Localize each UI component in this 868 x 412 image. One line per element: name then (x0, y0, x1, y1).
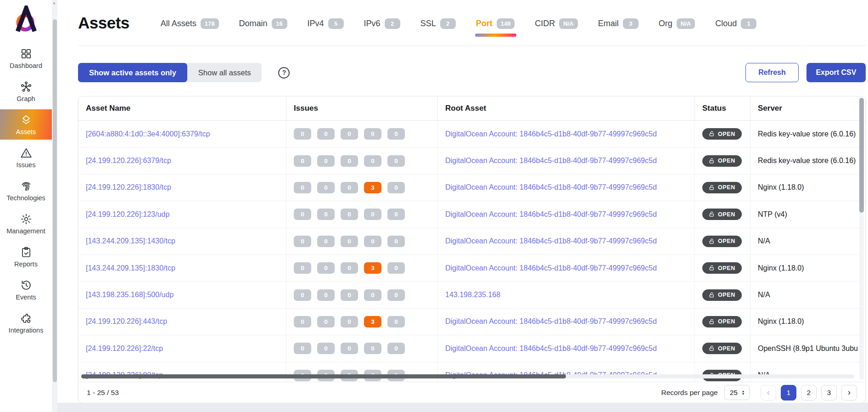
table-horizontal-scrollbar[interactable] (81, 374, 854, 378)
asset-name-link[interactable]: [24.199.120.226]:1830/tcp (86, 183, 171, 192)
issue-count-badge[interactable]: 0 (387, 209, 405, 220)
issue-count-badge[interactable]: 0 (317, 316, 335, 327)
issue-count-badge[interactable]: 0 (317, 128, 335, 140)
issue-count-badge[interactable]: 3 (364, 316, 381, 327)
root-asset-link[interactable]: DigitalOcean Account: 1846b4c5-d1b8-40df… (445, 157, 657, 165)
asset-name-link[interactable]: [24.199.120.226]:22/tcp (86, 344, 163, 353)
issue-count-badge[interactable]: 0 (317, 262, 335, 274)
show-active-assets-button[interactable]: Show active assets only (78, 63, 187, 82)
issue-count-badge[interactable]: 0 (294, 182, 311, 193)
issue-count-badge[interactable]: 0 (387, 316, 405, 327)
sidebar-item-graph[interactable]: Graph (0, 76, 52, 107)
issue-count-badge[interactable]: 0 (364, 236, 381, 247)
issue-count-badge[interactable]: 0 (317, 155, 335, 167)
root-asset-link[interactable]: DigitalOcean Account: 1846b4c5-d1b8-40df… (445, 264, 657, 272)
issue-count-badge[interactable]: 0 (387, 182, 405, 193)
sidebar-scrollbar[interactable]: ▲ (52, 0, 57, 412)
issue-count-badge[interactable]: 0 (294, 289, 311, 301)
sidebar-item-issues[interactable]: Issues (0, 142, 52, 173)
issue-count-badge[interactable]: 0 (341, 316, 358, 327)
issue-count-badge[interactable]: 0 (294, 155, 311, 167)
root-asset-link[interactable]: DigitalOcean Account: 1846b4c5-d1b8-40df… (445, 317, 657, 326)
sidebar-scrollbar-thumb[interactable] (53, 19, 57, 382)
issue-count-badge[interactable]: 0 (341, 343, 358, 354)
prev-page-button[interactable]: ‹ (761, 385, 776, 401)
issue-count-badge[interactable]: 0 (387, 236, 405, 247)
asset-type-tab[interactable]: Domain 16 (239, 18, 287, 29)
asset-type-tab[interactable]: Email 3 (598, 18, 638, 29)
sidebar-item-events[interactable]: Events (0, 275, 52, 305)
asset-name-link[interactable]: [143.244.209.135]:1430/tcp (86, 237, 175, 245)
asset-name-link[interactable]: [2604:a880:4:1d0::3e4:4000]:6379/tcp (86, 130, 210, 138)
issue-count-badge[interactable]: 0 (294, 128, 311, 140)
asset-name-link[interactable]: [24.199.120.226]:123/udp (86, 210, 169, 219)
issue-count-badge[interactable]: 0 (317, 343, 335, 354)
issue-count-badge[interactable]: 0 (294, 316, 311, 327)
export-csv-button[interactable]: Export CSV (806, 63, 866, 82)
page-button[interactable]: 3 (821, 385, 837, 401)
asset-name-link[interactable]: [24.199.120.226]:6379/tcp (86, 157, 171, 165)
issue-count-badge[interactable]: 0 (341, 236, 358, 247)
asset-type-tab[interactable]: CIDR N/A (535, 18, 577, 29)
show-all-assets-button[interactable]: Show all assets (187, 63, 262, 82)
next-page-button[interactable]: › (841, 385, 857, 401)
issue-count-badge[interactable]: 0 (364, 209, 381, 220)
root-asset-link[interactable]: DigitalOcean Account: 1846b4c5-d1b8-40df… (445, 183, 657, 192)
table-vertical-scrollbar[interactable] (859, 98, 864, 380)
refresh-button[interactable]: Refresh (745, 63, 799, 82)
asset-type-tab[interactable]: IPv4 5 (308, 18, 344, 29)
sidebar-item-technologies[interactable]: Technologies (0, 175, 52, 206)
asset-name-link[interactable]: [143.244.209.135]:1830/tcp (86, 264, 175, 272)
asset-type-tab[interactable]: Port 149 (476, 18, 515, 29)
root-asset-link[interactable]: DigitalOcean Account: 1846b4c5-d1b8-40df… (445, 130, 657, 138)
vertical-scrollbar-thumb[interactable] (859, 98, 864, 213)
issue-count-badge[interactable]: 0 (341, 182, 358, 193)
issue-count-badge[interactable]: 0 (387, 155, 405, 167)
help-icon[interactable]: ? (278, 67, 290, 79)
horizontal-scrollbar-thumb[interactable] (81, 374, 566, 378)
root-asset-link[interactable]: DigitalOcean Account: 1846b4c5-d1b8-40df… (445, 210, 657, 219)
page-button[interactable]: 2 (801, 385, 817, 401)
root-asset-link[interactable]: DigitalOcean Account: 1846b4c5-d1b8-40df… (445, 344, 657, 353)
asset-type-tab[interactable]: All Assets 178 (161, 18, 219, 29)
issue-count-badge[interactable]: 0 (317, 236, 335, 247)
issue-count-badge[interactable]: 0 (387, 343, 405, 354)
sidebar-item-management[interactable]: Management (0, 209, 52, 239)
issue-count-badge[interactable]: 0 (341, 128, 358, 140)
asset-type-tab[interactable]: SSL 2 (420, 18, 456, 29)
issue-count-badge[interactable]: 0 (317, 209, 335, 220)
app-logo[interactable] (12, 6, 40, 34)
issue-count-badge[interactable]: 0 (341, 209, 358, 220)
asset-type-tab[interactable]: Cloud 1 (715, 18, 756, 29)
issue-count-badge[interactable]: 0 (364, 289, 381, 301)
issue-count-badge[interactable]: 0 (341, 262, 358, 274)
issue-count-badge[interactable]: 0 (364, 155, 381, 167)
issue-count-badge[interactable]: 0 (294, 236, 311, 247)
page-button[interactable]: 1 (781, 385, 796, 401)
issue-count-badge[interactable]: 0 (387, 289, 405, 301)
issue-count-badge[interactable]: 0 (364, 128, 381, 140)
root-asset-link[interactable]: 143.198.235.168 (445, 291, 500, 299)
scroll-up-arrow-icon[interactable]: ▲ (52, 1, 56, 5)
records-per-page-select[interactable]: 25 ▴▾ (724, 385, 750, 400)
issue-count-badge[interactable]: 0 (387, 128, 405, 140)
issue-count-badge[interactable]: 0 (341, 289, 358, 301)
issue-count-badge[interactable]: 0 (317, 289, 335, 301)
issue-count-badge[interactable]: 0 (364, 343, 381, 354)
issue-count-badge[interactable]: 0 (294, 262, 311, 274)
sidebar-item-reports[interactable]: Reports (0, 242, 52, 272)
asset-type-tab[interactable]: IPv6 2 (364, 18, 400, 29)
issue-count-badge[interactable]: 3 (364, 262, 381, 274)
issue-count-badge[interactable]: 0 (317, 182, 335, 193)
root-asset-link[interactable]: DigitalOcean Account: 1846b4c5-d1b8-40df… (445, 237, 657, 245)
asset-name-link[interactable]: [24.199.120.226]:443/tcp (86, 317, 167, 326)
sidebar-item-assets[interactable]: Assets (0, 109, 52, 140)
issue-count-badge[interactable]: 0 (341, 155, 358, 167)
issue-count-badge[interactable]: 0 (294, 343, 311, 354)
asset-type-tab[interactable]: Org N/A (659, 18, 695, 29)
issue-count-badge[interactable]: 0 (294, 209, 311, 220)
sidebar-item-dashboard[interactable]: Dashboard (0, 43, 52, 73)
issue-count-badge[interactable]: 0 (387, 262, 405, 274)
issue-count-badge[interactable]: 3 (364, 182, 381, 193)
sidebar-item-integrations[interactable]: Integrations (0, 308, 52, 338)
